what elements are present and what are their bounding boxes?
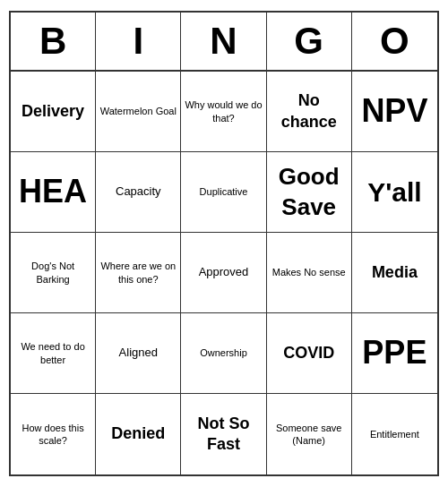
header-letter-O: O: [352, 13, 437, 70]
header-letter-I: I: [96, 13, 181, 70]
bingo-cell-13[interactable]: Makes No sense: [267, 233, 352, 313]
cell-text-14: Media: [372, 262, 418, 283]
bingo-cell-12[interactable]: Approved: [181, 233, 266, 313]
bingo-cell-10[interactable]: Dog's Not Barking: [11, 233, 96, 313]
bingo-cell-4[interactable]: NPV: [352, 72, 437, 152]
bingo-cell-3[interactable]: No chance: [267, 72, 352, 152]
cell-text-3: No chance: [271, 90, 348, 132]
cell-text-23: Someone save (Name): [271, 422, 348, 448]
bingo-cell-16[interactable]: Aligned: [96, 313, 181, 394]
bingo-cell-15[interactable]: We need to do better: [11, 313, 96, 394]
cell-text-22: Not So Fast: [185, 414, 262, 456]
header-letter-G: G: [267, 13, 352, 70]
cell-text-2: Why would we do that?: [185, 98, 262, 124]
cell-text-10: Dog's Not Barking: [14, 260, 91, 286]
header-letter-B: B: [11, 13, 96, 70]
bingo-cell-18[interactable]: COVID: [267, 313, 352, 394]
bingo-cell-5[interactable]: HEA: [11, 152, 96, 233]
cell-text-16: Aligned: [119, 346, 158, 361]
cell-text-18: COVID: [283, 343, 334, 363]
bingo-cell-6[interactable]: Capacity: [96, 152, 181, 233]
cell-text-11: Where are we on this one?: [99, 260, 177, 286]
bingo-cell-9[interactable]: Y'all: [352, 152, 437, 233]
cell-text-17: Ownership: [200, 346, 247, 359]
bingo-cell-0[interactable]: Delivery: [11, 72, 96, 152]
cell-text-21: Denied: [111, 423, 165, 444]
bingo-cell-1[interactable]: Watermelon Goal: [96, 72, 181, 152]
cell-text-24: Entitlement: [370, 428, 419, 440]
bingo-cell-11[interactable]: Where are we on this one?: [96, 233, 181, 313]
bingo-cell-14[interactable]: Media: [352, 233, 437, 313]
bingo-cell-20[interactable]: How does this scale?: [11, 394, 96, 474]
bingo-cell-22[interactable]: Not So Fast: [181, 394, 266, 474]
bingo-cell-23[interactable]: Someone save (Name): [267, 394, 352, 474]
cell-text-6: Capacity: [116, 184, 161, 200]
bingo-header: BINGO: [11, 13, 437, 72]
cell-text-8: Good Save: [271, 162, 348, 223]
bingo-cell-2[interactable]: Why would we do that?: [181, 72, 266, 152]
cell-text-12: Approved: [199, 265, 249, 280]
cell-text-9: Y'all: [367, 175, 422, 209]
cell-text-15: We need to do better: [14, 340, 91, 366]
cell-text-20: How does this scale?: [14, 422, 91, 448]
bingo-cell-7[interactable]: Duplicative: [181, 152, 266, 233]
cell-text-1: Watermelon Goal: [100, 105, 177, 117]
bingo-cell-24[interactable]: Entitlement: [352, 394, 437, 474]
bingo-cell-21[interactable]: Denied: [96, 394, 181, 474]
bingo-cell-19[interactable]: PPE: [352, 313, 437, 394]
cell-text-13: Makes No sense: [272, 266, 346, 278]
bingo-card: BINGO DeliveryWatermelon GoalWhy would w…: [9, 11, 439, 476]
cell-text-7: Duplicative: [200, 185, 248, 198]
bingo-grid: DeliveryWatermelon GoalWhy would we do t…: [11, 72, 437, 474]
cell-text-19: PPE: [362, 332, 426, 374]
cell-text-0: Delivery: [22, 101, 84, 122]
bingo-cell-8[interactable]: Good Save: [267, 152, 352, 233]
bingo-cell-17[interactable]: Ownership: [181, 313, 266, 394]
cell-text-5: HEA: [19, 171, 87, 213]
header-letter-N: N: [181, 13, 266, 70]
cell-text-4: NPV: [361, 90, 427, 132]
